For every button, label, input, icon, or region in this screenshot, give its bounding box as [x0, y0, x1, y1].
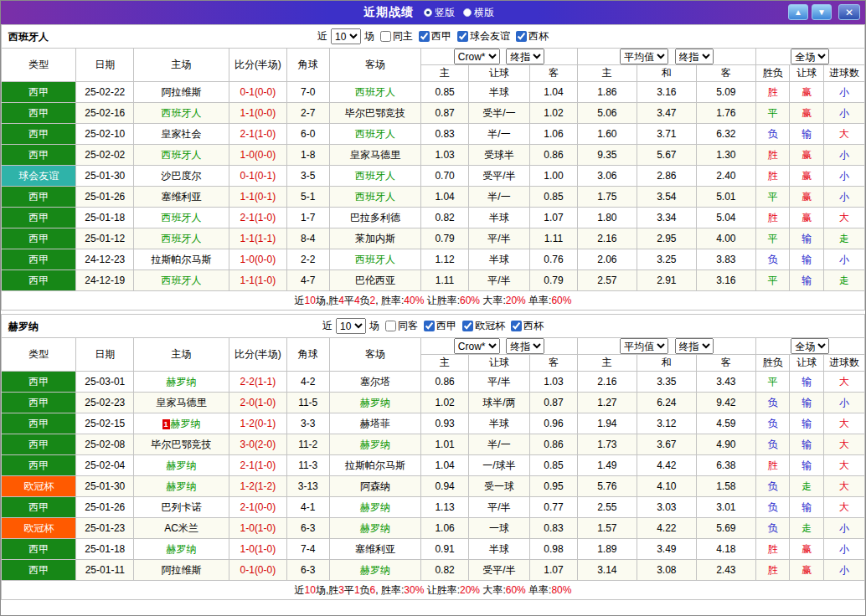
team-name-link[interactable]: 拉斯帕尔马斯	[345, 459, 405, 471]
match-score-link[interactable]: 1-0(1-0)	[229, 518, 286, 539]
euro-kind-select[interactable]: 终指	[675, 338, 714, 354]
team-name-link[interactable]: 阿森纳	[360, 480, 390, 492]
scope-select[interactable]: 全场	[791, 338, 829, 354]
team-name-link[interactable]: 赫罗纳	[360, 397, 390, 408]
match-score-link[interactable]: 1-1(0-0)	[229, 103, 286, 124]
recent-count-select[interactable]: 10	[336, 318, 366, 334]
match-score-link[interactable]: 1-0(0-0)	[229, 249, 286, 270]
team-name-link[interactable]: 西班牙人	[355, 170, 395, 182]
team-name-link[interactable]: 西班牙人	[162, 275, 202, 286]
euro-kind-select[interactable]: 终指	[675, 49, 714, 64]
laliga-checkbox[interactable]	[419, 31, 430, 42]
team-name-link[interactable]: 赫罗纳	[360, 439, 390, 450]
match-score-link[interactable]: 0-1(0-0)	[229, 82, 286, 103]
team-name-link[interactable]: 巴拉多利德	[350, 212, 400, 223]
euro-source-select[interactable]: 平均值	[620, 338, 668, 354]
asian-source-select[interactable]: Crow*	[454, 49, 500, 64]
match-score-link[interactable]: 1-0(1-0)	[229, 539, 286, 560]
match-score-link[interactable]: 0-1(0-0)	[229, 560, 286, 581]
euro-source-select[interactable]: 平均值	[620, 49, 668, 64]
team-name-link[interactable]: 赫罗纳	[360, 501, 390, 513]
team-name-link[interactable]: 西班牙人	[162, 233, 202, 244]
match-score-link[interactable]: 0-1(0-1)	[229, 166, 286, 187]
same-away-checkbox[interactable]	[385, 321, 396, 331]
same-away-filter[interactable]: 同客	[385, 319, 418, 333]
match-score-link[interactable]: 2-1(1-0)	[229, 208, 286, 228]
team-name-link[interactable]: 沙巴度尔	[162, 170, 202, 182]
match-score-link[interactable]: 2-2(1-1)	[229, 372, 286, 393]
team-name-link[interactable]: 西班牙人	[162, 107, 202, 119]
euro-home-odds: 1.75	[577, 187, 637, 208]
team-name-link[interactable]: 拉斯帕尔马斯	[152, 254, 212, 265]
scope-select[interactable]: 全场	[791, 49, 829, 64]
same-home-checkbox[interactable]	[380, 31, 391, 42]
copa-checkbox[interactable]	[511, 321, 522, 331]
team-name-link[interactable]: 皇家社会	[162, 128, 202, 140]
team-name-link[interactable]: 赫罗纳	[171, 418, 201, 429]
match-score-link[interactable]: 2-1(1-0)	[229, 124, 286, 145]
match-score-link[interactable]: 1-2(1-2)	[229, 476, 286, 497]
team-name-link[interactable]: 巴列卡诺	[162, 501, 202, 513]
team-name-link[interactable]: 塞维利亚	[355, 543, 395, 555]
team-name-link[interactable]: 西班牙人	[355, 254, 395, 265]
team-name-link[interactable]: 西班牙人	[355, 128, 395, 140]
laliga-checkbox[interactable]	[424, 321, 435, 331]
asian-kind-select[interactable]: 终指	[506, 338, 544, 354]
team-name-link[interactable]: 毕尔巴鄂竞技	[152, 439, 212, 450]
layout-radio-horizontal[interactable]: 横版	[463, 6, 494, 20]
team-name-link[interactable]: 赫罗纳	[167, 543, 197, 555]
team-name-link[interactable]: AC米兰	[164, 522, 198, 534]
col-euro-away: 客	[696, 65, 755, 82]
recent-count-select[interactable]: 10	[331, 28, 361, 44]
same-home-filter[interactable]: 同主	[380, 29, 413, 44]
team-name-link[interactable]: 皇家马德里	[157, 397, 207, 408]
match-score-link[interactable]: 1-1(0-1)	[229, 187, 286, 208]
team-name-link[interactable]: 阿拉维斯	[162, 86, 202, 98]
euro-away-odds: 2.43	[696, 560, 755, 581]
copa-filter[interactable]: 西杯	[511, 319, 544, 333]
team-name-link[interactable]: 西班牙人	[355, 86, 395, 98]
asian-kind-select[interactable]: 终指	[506, 49, 544, 64]
copa-filter[interactable]: 西杯	[516, 29, 549, 44]
team-name-link[interactable]: 赫罗纳	[167, 480, 197, 492]
match-score-link[interactable]: 1-2(0-1)	[229, 413, 286, 434]
result-goals: 小	[824, 166, 865, 187]
laliga-filter[interactable]: 西甲	[419, 29, 451, 44]
match-score-link[interactable]: 1-0(0-0)	[229, 145, 286, 166]
match-score-link[interactable]: 2-1(1-0)	[229, 455, 286, 476]
scroll-down-button[interactable]: ▼	[812, 4, 832, 20]
match-score-link[interactable]: 1-1(1-1)	[229, 228, 286, 249]
team-name-link[interactable]: 西班牙人	[162, 212, 202, 223]
laliga-filter[interactable]: 西甲	[424, 319, 456, 333]
team-name-link[interactable]: 塞维利亚	[162, 191, 202, 203]
team-name-link[interactable]: 赫罗纳	[360, 522, 390, 534]
layout-radio-vertical[interactable]: 竖版	[424, 6, 455, 20]
away-team-cell: 赫塔菲	[329, 413, 421, 434]
team-name-link[interactable]: 莱加内斯	[355, 233, 395, 244]
ucl-filter[interactable]: 欧冠杯	[462, 319, 505, 333]
team-name-link[interactable]: 西班牙人	[162, 149, 202, 161]
team-name-link[interactable]: 赫罗纳	[167, 459, 197, 471]
close-button[interactable]: ✕	[838, 4, 860, 20]
asian-away-odds: 0.85	[530, 187, 578, 208]
friendly-checkbox[interactable]	[457, 31, 468, 42]
team-name-link[interactable]: 赫罗纳	[360, 564, 390, 576]
team-name-link[interactable]: 西班牙人	[355, 191, 395, 203]
match-score-link[interactable]: 2-0(1-0)	[229, 393, 286, 413]
team-name-link[interactable]: 毕尔巴鄂竞技	[345, 107, 405, 119]
result-handicap: 输	[790, 372, 824, 393]
match-score-link[interactable]: 1-1(1-0)	[229, 270, 286, 291]
ucl-checkbox[interactable]	[462, 321, 473, 331]
team-name-link[interactable]: 皇家马德里	[350, 149, 400, 161]
team-name-link[interactable]: 赫罗纳	[167, 376, 197, 388]
copa-checkbox[interactable]	[516, 31, 527, 42]
team-name-link[interactable]: 阿拉维斯	[162, 564, 202, 576]
friendly-filter[interactable]: 球会友谊	[457, 29, 510, 44]
match-score-link[interactable]: 3-0(2-0)	[229, 434, 286, 455]
scroll-up-button[interactable]: ▲	[788, 4, 808, 20]
team-name-link[interactable]: 巴伦西亚	[355, 275, 395, 286]
asian-source-select[interactable]: Crow*	[454, 338, 500, 354]
team-name-link[interactable]: 赫塔菲	[360, 418, 390, 429]
match-score-link[interactable]: 2-1(0-0)	[229, 497, 286, 518]
team-name-link[interactable]: 塞尔塔	[360, 376, 390, 388]
